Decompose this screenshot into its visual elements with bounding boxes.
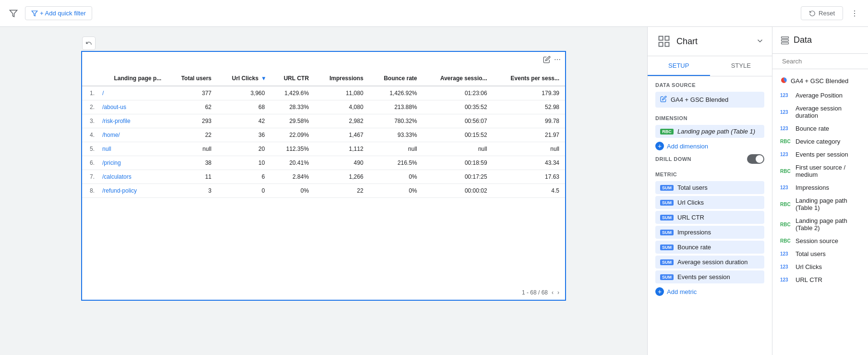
setup-tab[interactable]: SETUP <box>648 56 710 76</box>
dimension-label: Dimension <box>655 115 764 121</box>
impressions-cell: 490 <box>314 156 369 170</box>
col-impressions: Impressions <box>314 71 369 86</box>
toolbar-left: + Add quick filter <box>6 6 797 21</box>
url-ctr-cell: 2.84% <box>271 170 315 184</box>
panel-tabs: SETUP STYLE <box>648 56 772 76</box>
item-badge: RBC <box>780 139 792 144</box>
row-number: 7. <box>82 170 96 184</box>
more-options-button[interactable] <box>847 6 862 21</box>
data-panel-item[interactable]: 123Average session duration <box>772 102 868 122</box>
bounce-rate-cell: 0% <box>369 184 423 198</box>
drill-down-label: Drill down <box>655 156 691 162</box>
landing-page-cell[interactable]: /pricing <box>96 156 167 170</box>
filter-icon-button[interactable] <box>6 6 21 21</box>
row-number: 6. <box>82 156 96 170</box>
prev-page-button[interactable]: ‹ <box>552 289 554 296</box>
data-panel-item[interactable]: 123Url Clicks <box>772 260 868 273</box>
data-panel-item[interactable]: 123Events per session <box>772 148 868 161</box>
next-page-button[interactable]: › <box>557 289 559 296</box>
chart-more-icon[interactable] <box>554 56 561 65</box>
panel-header: Chart <box>648 27 772 56</box>
reset-label: Reset <box>819 10 835 17</box>
metric-item[interactable]: SUMURL CTR <box>655 211 764 224</box>
reset-button[interactable]: Reset <box>801 6 843 20</box>
url-ctr-cell: 1,429.6% <box>271 86 315 100</box>
row-number: 8. <box>82 184 96 198</box>
table-row: 5. null null 20 112.35% 1,112 null null … <box>82 142 565 156</box>
dimension-item[interactable]: RBC Landing page path (Table 1) <box>655 125 764 138</box>
add-quick-filter-button[interactable]: + Add quick filter <box>25 6 92 20</box>
item-label: Landing page path (Table 1) <box>796 197 860 211</box>
data-panel-item[interactable]: 123Total users <box>772 247 868 260</box>
url-ctr-cell: 20.41% <box>271 156 315 170</box>
add-dimension-button[interactable]: + Add dimension <box>655 140 764 152</box>
data-panel-item[interactable]: RBCLanding page path (Table 2) <box>772 214 868 234</box>
metric-label-text: Impressions <box>677 229 711 236</box>
data-panel-item[interactable]: 123Impressions <box>772 181 868 194</box>
data-panel-item[interactable]: 123URL CTR <box>772 273 868 286</box>
item-badge: 123 <box>780 264 792 269</box>
svg-rect-9 <box>665 37 669 40</box>
svg-rect-14 <box>782 42 789 44</box>
landing-page-cell[interactable]: /refund-policy <box>96 184 167 198</box>
add-metric-button[interactable]: + Add metric <box>655 285 764 298</box>
search-input[interactable] <box>782 58 863 65</box>
metric-item[interactable]: SUMAverage session duration <box>655 256 764 269</box>
data-list: GA4 + GSC Blended 123Average Position123… <box>772 69 868 355</box>
data-panel-item[interactable]: 123Bounce rate <box>772 122 868 135</box>
chart-panel-icon <box>655 33 673 50</box>
data-source-item[interactable]: GA4 + GSC Blended <box>655 92 764 108</box>
data-panel-item[interactable]: RBCFirst user source / medium <box>772 161 868 181</box>
toolbar-right: Reset <box>801 6 862 21</box>
item-badge: RBC <box>780 202 792 207</box>
events-cell: 21.97 <box>493 128 565 142</box>
edit-icon[interactable] <box>543 56 551 65</box>
item-label: Url Clicks <box>796 263 822 270</box>
panel-chevron[interactable] <box>756 37 764 47</box>
url-clicks-cell: 36 <box>217 128 271 142</box>
metric-label-text: Events per session <box>677 273 730 281</box>
avg-session-cell: null <box>423 142 493 156</box>
row-number: 3. <box>82 114 96 128</box>
url-ctr-cell: 22.09% <box>271 128 315 142</box>
avg-session-cell: 00:15:52 <box>423 128 493 142</box>
row-number: 4. <box>82 128 96 142</box>
events-cell: 179.39 <box>493 86 565 100</box>
ga4-run-icon <box>780 77 787 85</box>
landing-page-cell[interactable]: /about-us <box>96 100 167 114</box>
landing-page-cell[interactable]: null <box>96 142 167 156</box>
landing-page-cell[interactable]: /risk-profile <box>96 114 167 128</box>
col-landing-page: Landing page p... <box>96 71 167 86</box>
data-panel-item[interactable]: 123Average Position <box>772 89 868 102</box>
row-number: 1. <box>82 86 96 100</box>
metric-item[interactable]: SUMEvents per session <box>655 270 764 283</box>
drill-down-toggle[interactable] <box>747 154 764 164</box>
toggle-knob <box>756 155 763 163</box>
landing-page-cell[interactable]: /home/ <box>96 128 167 142</box>
undo-icon[interactable] <box>82 37 96 50</box>
metric-item[interactable]: SUMUrl Clicks <box>655 196 764 209</box>
item-badge: 123 <box>780 251 792 257</box>
landing-page-cell[interactable]: / <box>96 86 167 100</box>
add-metric-label: Add metric <box>667 288 697 295</box>
events-cell: 43.34 <box>493 156 565 170</box>
item-badge: 123 <box>780 185 792 190</box>
item-label: Session source <box>796 237 838 245</box>
landing-page-cell[interactable]: /calculators <box>96 170 167 184</box>
data-panel-item[interactable]: RBCLanding page path (Table 1) <box>772 194 868 214</box>
col-url-ctr: URL CTR <box>271 71 315 86</box>
svg-point-3 <box>854 12 855 13</box>
bounce-rate-cell: 213.88% <box>369 100 423 114</box>
metric-item[interactable]: SUMImpressions <box>655 226 764 239</box>
ga4-source-item[interactable]: GA4 + GSC Blended <box>772 73 868 89</box>
data-panel-item[interactable]: RBCSession source <box>772 234 868 247</box>
panel-title: Chart <box>676 37 752 47</box>
ga4-source-label: GA4 + GSC Blended <box>791 77 848 85</box>
metric-item[interactable]: SUMBounce rate <box>655 241 764 254</box>
style-tab[interactable]: STYLE <box>710 56 772 76</box>
item-label: Bounce rate <box>796 125 829 132</box>
pagination-text: 1 - 68 / 68 <box>522 289 548 296</box>
metric-item[interactable]: SUMTotal users <box>655 181 764 194</box>
avg-session-cell: 00:56:07 <box>423 114 493 128</box>
data-panel-item[interactable]: RBCDevice category <box>772 135 868 148</box>
